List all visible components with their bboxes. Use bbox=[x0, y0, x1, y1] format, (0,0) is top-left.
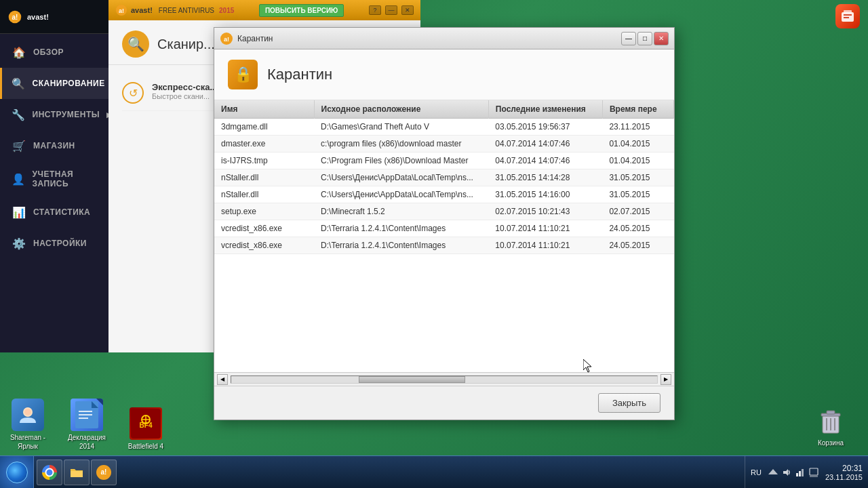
cell-modified: 10.07.2014 11:10:21 bbox=[488, 237, 602, 254]
taskbar-chrome[interactable] bbox=[37, 460, 62, 485]
taskbar: a! RU 2 bbox=[0, 455, 868, 488]
windows-orb-icon bbox=[6, 462, 28, 483]
avast-taskbar-icon: a! bbox=[96, 465, 111, 480]
sidebar-item-settings[interactable]: ⚙️ НАСТРОЙКИ bbox=[0, 228, 108, 259]
table-row[interactable]: nStaller.dll C:\Users\Денис\AppData\Loca… bbox=[214, 169, 674, 186]
sidebar-nav: 🏠 ОБЗОР 🔍 СКАНИРОВАНИЕ ▶ 🔧 ИНСТРУМЕНТЫ ▶… bbox=[0, 34, 108, 352]
close-button[interactable]: ✕ bbox=[401, 5, 414, 15]
recycle-bin[interactable]: Корзина bbox=[807, 406, 854, 447]
col-time: Время пере bbox=[602, 100, 673, 119]
table-row[interactable]: nStaller.dll C:\Users\Денис\AppData\Loca… bbox=[214, 186, 674, 203]
express-scan-text: Экспресс-ска... Быстрое скани... bbox=[152, 82, 217, 100]
cell-source: D:\Minecraft 1.5.2 bbox=[314, 203, 488, 220]
shareman-label: Shareman - Ярлык bbox=[3, 433, 52, 451]
battlefield-label: Battlefield 4 bbox=[128, 442, 163, 451]
cell-modified: 10.07.2014 11:10:21 bbox=[488, 220, 602, 237]
scroll-right-btn[interactable]: ▶ bbox=[660, 374, 671, 385]
dialog-restore-btn[interactable]: □ bbox=[637, 32, 652, 45]
cell-source: D:\Games\Grand Theft Auto V bbox=[314, 119, 488, 136]
col-name: Имя bbox=[214, 100, 314, 119]
scroll-thumb[interactable] bbox=[359, 376, 465, 383]
taskbar-items: a! bbox=[34, 460, 745, 485]
svg-marker-29 bbox=[783, 469, 788, 476]
avast-sidebar: a! avast! 🏠 ОБЗОР 🔍 СКАНИРОВАНИЕ ▶ 🔧 ИНС… bbox=[0, 0, 108, 352]
scrollbar-horizontal[interactable]: ◀ ▶ bbox=[214, 372, 674, 386]
year-label: 2015 bbox=[219, 7, 234, 14]
table-header-row: Имя Исходное расположение Последние изме… bbox=[214, 100, 674, 119]
cell-modified: 04.07.2014 14:07:46 bbox=[488, 136, 602, 152]
sidebar-label-settings: НАСТРОЙКИ bbox=[33, 239, 87, 248]
help-button[interactable]: ? bbox=[369, 5, 381, 15]
start-button[interactable] bbox=[0, 456, 34, 489]
svg-rect-12 bbox=[79, 418, 88, 419]
dialog-controls: — □ ✕ bbox=[621, 32, 669, 45]
taskbar-folder[interactable] bbox=[64, 460, 90, 485]
scroll-left-btn[interactable]: ◀ bbox=[217, 374, 228, 385]
cell-time: 31.05.2015 bbox=[602, 169, 673, 186]
avast-logo-area: a! avast! bbox=[0, 0, 108, 34]
settings-icon: ⚙️ bbox=[12, 236, 26, 251]
battlefield-svg: BF4 bbox=[131, 409, 161, 439]
close-dialog-button[interactable]: Закрыть bbox=[598, 393, 660, 413]
tray-lang: RU bbox=[751, 468, 762, 476]
svg-marker-28 bbox=[768, 469, 778, 474]
declaration-label: Декларация 2014 bbox=[62, 433, 111, 451]
table-row[interactable]: vcredist_x86.exe D:\Terraria 1.2.4.1\Con… bbox=[214, 237, 674, 254]
cell-time: 02.07.2015 bbox=[602, 203, 673, 220]
svg-rect-10 bbox=[79, 411, 92, 412]
cell-time: 23.11.2015 bbox=[602, 119, 673, 136]
cell-name: setup.exe bbox=[214, 203, 314, 220]
table-row[interactable]: 3dmgame.dll D:\Games\Grand Theft Auto V … bbox=[214, 119, 674, 136]
sidebar-item-stats[interactable]: 📊 СТАТИСТИКА bbox=[0, 197, 108, 228]
avast-topbar-title: avast! bbox=[131, 6, 153, 14]
quarantine-icon: 🔒 bbox=[228, 60, 258, 89]
sidebar-label-stats: СТАТИСТИКА bbox=[33, 207, 90, 217]
store-icon: 🛒 bbox=[12, 138, 26, 153]
avast-main-window: a! avast! 🏠 ОБЗОР 🔍 СКАНИРОВАНИЕ ▶ 🔧 ИНС… bbox=[0, 0, 108, 352]
sidebar-item-scan[interactable]: 🔍 СКАНИРОВАНИЕ ▶ bbox=[0, 68, 108, 99]
desktop-icon-battlefield[interactable]: BF4 Battlefield 4 bbox=[121, 407, 170, 451]
avast-topbar-logo: a! avast! FREE ANTIVIRUS 2015 bbox=[115, 4, 234, 16]
cell-modified: 02.07.2015 10:21:43 bbox=[488, 203, 602, 220]
desktop-icon-shareman[interactable]: Shareman - Ярлык bbox=[3, 399, 52, 451]
shareman-icon bbox=[12, 399, 44, 431]
sidebar-item-account[interactable]: 👤 УЧЕТНАЯ ЗАПИСЬ bbox=[0, 161, 108, 197]
taskbar-avast[interactable]: a! bbox=[91, 460, 117, 485]
svg-text:a!: a! bbox=[12, 13, 18, 20]
cell-modified: 03.05.2015 19:56:37 bbox=[488, 119, 602, 136]
express-scan-title: Экспресс-ска... bbox=[152, 82, 217, 92]
svg-rect-27 bbox=[844, 17, 849, 18]
table-row[interactable]: vcredist_x86.exe D:\Terraria 1.2.4.1\Con… bbox=[214, 220, 674, 237]
scan-section-title: Сканир... bbox=[157, 37, 215, 52]
notification-app-icon[interactable] bbox=[835, 4, 860, 28]
tray-arrow-icon bbox=[768, 468, 778, 477]
minimize-button[interactable]: — bbox=[385, 5, 397, 15]
antivirus-label: FREE ANTIVIRUS bbox=[159, 7, 214, 14]
dialog-titlebar: a! Карантин — □ ✕ bbox=[214, 28, 674, 49]
express-scan-desc: Быстрое скани... bbox=[152, 92, 217, 100]
express-scan-icon: ↺ bbox=[122, 82, 144, 104]
svg-rect-26 bbox=[844, 14, 852, 16]
battlefield-icon: BF4 bbox=[130, 407, 162, 440]
tray-clock: 20:31 23.11.2015 bbox=[825, 464, 863, 481]
dialog-close-btn[interactable]: ✕ bbox=[654, 32, 669, 45]
dialog-minimize-btn[interactable]: — bbox=[621, 32, 636, 45]
stats-icon: 📊 bbox=[12, 205, 26, 220]
cell-source: C:\Users\Денис\AppData\Local\Temp\ns... bbox=[314, 169, 488, 186]
scroll-track[interactable] bbox=[231, 375, 658, 384]
quarantine-data-table: Имя Исходное расположение Последние изме… bbox=[214, 100, 674, 254]
table-row[interactable]: is-IJ7RS.tmp C:\Program Files (x86)\Down… bbox=[214, 152, 674, 169]
desktop-icon-declaration[interactable]: Декларация 2014 bbox=[62, 399, 111, 451]
sidebar-label-scan: СКАНИРОВАНИЕ bbox=[33, 79, 105, 88]
sidebar-item-overview[interactable]: 🏠 ОБЗОР bbox=[0, 37, 108, 68]
cell-name: nStaller.dll bbox=[214, 186, 314, 203]
network-icon bbox=[795, 468, 805, 477]
upgrade-button[interactable]: ПОВЫСИТЬ ВЕРСИЮ bbox=[259, 4, 344, 17]
home-icon: 🏠 bbox=[12, 45, 26, 60]
sidebar-item-store[interactable]: 🛒 МАГАЗИН bbox=[0, 130, 108, 161]
table-row[interactable]: dmaster.exe c:\program files (x86)\downl… bbox=[214, 136, 674, 152]
sidebar-item-tools[interactable]: 🔧 ИНСТРУМЕНТЫ ▶ bbox=[0, 99, 108, 130]
table-row[interactable]: setup.exe D:\Minecraft 1.5.2 02.07.2015 … bbox=[214, 203, 674, 220]
cell-modified: 31.05.2015 14:16:00 bbox=[488, 186, 602, 203]
quarantine-header-title: Карантин bbox=[267, 66, 332, 83]
